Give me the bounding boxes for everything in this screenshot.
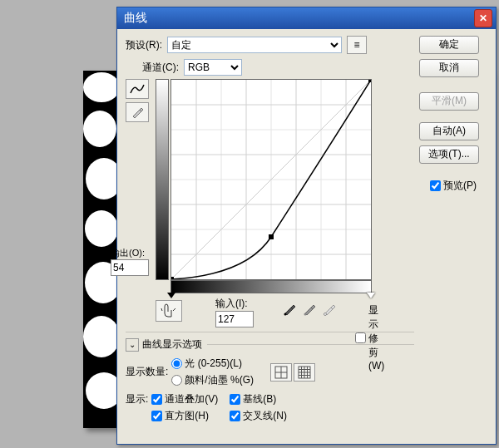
- svg-point-11: [83, 316, 120, 357]
- output-input[interactable]: [111, 259, 149, 276]
- svg-point-3: [83, 111, 116, 147]
- x-gradient: [170, 280, 372, 293]
- graph-container: 输出(O): 输入(I):: [156, 79, 372, 280]
- chevron-down-icon: ⌄: [126, 338, 139, 352]
- show-label: 显示:: [126, 392, 148, 423]
- preset-select[interactable]: 自定: [167, 37, 342, 53]
- eyedropper-icon: [303, 303, 316, 316]
- auto-button[interactable]: 自动(A): [419, 122, 479, 140]
- highlight-slider[interactable]: [367, 293, 375, 298]
- preview-checkbox[interactable]: 预览(P): [419, 179, 487, 193]
- svg-point-35: [324, 313, 327, 316]
- curve-graph[interactable]: [170, 79, 372, 280]
- y-gradient: [156, 79, 169, 280]
- cancel-button[interactable]: 取消: [419, 59, 479, 77]
- ink-radio[interactable]: 颜料/油墨 %(G): [171, 373, 254, 387]
- eyedropper-icon: [283, 303, 296, 316]
- svg-rect-31: [269, 234, 274, 239]
- svg-rect-30: [171, 277, 174, 279]
- histogram-checkbox[interactable]: 直方图(H): [151, 409, 218, 423]
- input-label: 输入(I):: [215, 297, 265, 311]
- curve-tool-button[interactable]: [126, 79, 149, 99]
- eyedropper-icon: [323, 303, 336, 316]
- options-button[interactable]: 选项(T)...: [419, 145, 479, 164]
- smooth-button[interactable]: 平滑(M): [419, 92, 479, 111]
- title-text: 曲线: [124, 11, 474, 26]
- svg-point-33: [284, 313, 287, 316]
- svg-point-1: [83, 72, 120, 102]
- grid-icon: [298, 366, 311, 379]
- pencil-tool-button[interactable]: [126, 102, 149, 122]
- channel-label: 通道(C):: [142, 61, 179, 75]
- ok-button[interactable]: 确定: [419, 36, 479, 54]
- white-point-eyedropper[interactable]: [320, 300, 338, 318]
- channel-overlay-checkbox[interactable]: 通道叠加(V): [151, 392, 218, 406]
- input-input[interactable]: [215, 311, 254, 327]
- preset-label: 预设(R):: [126, 38, 162, 52]
- gray-point-eyedropper[interactable]: [300, 300, 319, 318]
- output-label: 输出(O):: [111, 247, 152, 259]
- grid-coarse-button[interactable]: [270, 363, 292, 382]
- grid-icon: [274, 366, 288, 379]
- svg-point-7: [85, 210, 118, 247]
- title-bar[interactable]: 曲线 ✕: [117, 7, 496, 29]
- light-radio[interactable]: 光 (0-255)(L): [171, 357, 254, 371]
- targeted-adjust-button[interactable]: [156, 300, 182, 322]
- display-amount-label: 显示数量:: [126, 365, 168, 379]
- menu-icon: ≡: [353, 39, 359, 51]
- black-point-eyedropper[interactable]: [280, 300, 299, 318]
- grid-fine-button[interactable]: [294, 363, 315, 382]
- curves-dialog: 曲线 ✕ 预设(R): 自定 ≡ 通道(C):: [116, 7, 497, 445]
- svg-rect-32: [368, 80, 371, 82]
- close-button[interactable]: ✕: [474, 9, 492, 27]
- close-icon: ✕: [479, 12, 487, 24]
- show-clipping-checkbox[interactable]: 显示修剪(W): [355, 303, 384, 372]
- curve-icon: [130, 83, 145, 95]
- finger-icon: [160, 303, 178, 318]
- pencil-icon: [131, 106, 143, 118]
- channel-select[interactable]: RGB: [184, 59, 242, 76]
- shadow-slider[interactable]: [167, 293, 175, 298]
- preset-menu-button[interactable]: ≡: [347, 36, 367, 54]
- intersection-checkbox[interactable]: 交叉线(N): [230, 409, 287, 423]
- baseline-checkbox[interactable]: 基线(B): [230, 392, 287, 406]
- svg-point-34: [304, 313, 307, 316]
